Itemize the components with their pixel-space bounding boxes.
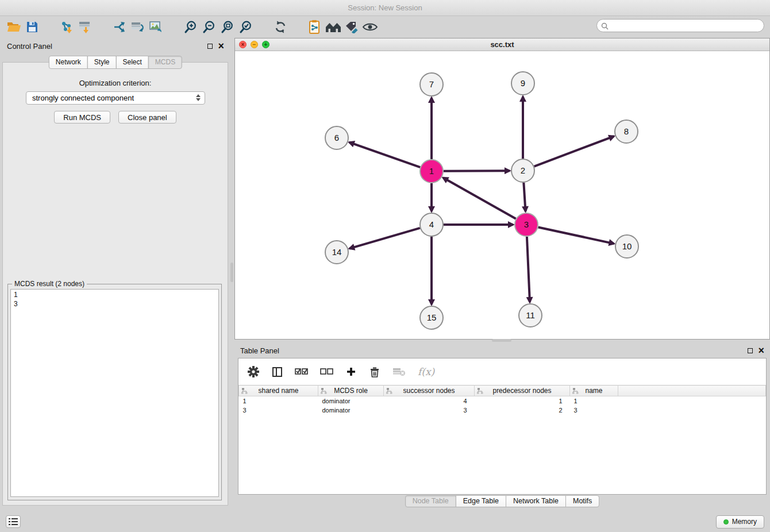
node-4[interactable]: 4 [420, 213, 443, 236]
horizontal-splitter-handle[interactable] [492, 339, 511, 342]
edge-1-2[interactable] [444, 171, 510, 171]
column-header-mcds_role[interactable]: MCDS role [318, 385, 384, 396]
toolbar-group-network [110, 18, 165, 36]
tab-mcds[interactable]: MCDS [148, 56, 182, 69]
cell-mcds_role[interactable]: dominator [318, 406, 384, 415]
memory-button[interactable]: Memory [716, 515, 764, 529]
column-header-name[interactable]: name [570, 385, 618, 396]
save-session-icon[interactable] [23, 18, 41, 36]
import-network-file-icon[interactable] [57, 18, 76, 36]
search-input[interactable] [596, 19, 764, 32]
tab-edge-table[interactable]: Edge Table [456, 495, 506, 507]
node-8[interactable]: 8 [615, 120, 638, 143]
tab-node-table[interactable]: Node Table [405, 495, 456, 507]
deselect-all-icon[interactable] [320, 368, 333, 376]
delete-row-trash-icon[interactable] [369, 367, 380, 377]
table-settings-gear-icon[interactable] [248, 366, 259, 377]
close-panel-icon[interactable]: × [218, 42, 224, 50]
cell-successor_nodes[interactable]: 4 [384, 396, 475, 406]
toolbar-group-tools [306, 18, 379, 36]
show-hide-details-eye-icon[interactable] [361, 18, 379, 36]
add-row-plus-icon[interactable] [345, 367, 357, 377]
mcds-result-text[interactable]: 1 3 [10, 289, 219, 497]
node-table: shared nameMCDS rolesuccessor nodesprede… [238, 385, 766, 415]
cell-mcds_role[interactable]: dominator [318, 396, 384, 406]
maximize-window-icon[interactable]: + [262, 41, 270, 48]
table-panel: Table Panel × f [234, 343, 770, 509]
refresh-icon[interactable] [271, 18, 290, 36]
table-row[interactable]: 3dominator323 [239, 406, 766, 415]
node-6[interactable]: 6 [325, 126, 348, 149]
cell-predecessor_nodes[interactable]: 1 [475, 396, 570, 406]
node-2[interactable]: 2 [511, 159, 534, 182]
annotation-icon[interactable] [342, 18, 361, 36]
tab-select[interactable]: Select [116, 56, 149, 69]
table-row[interactable]: 1dominator411 [239, 396, 766, 406]
edge-3-1[interactable] [443, 178, 516, 218]
minimize-window-icon[interactable]: − [251, 41, 258, 48]
zoom-in-icon[interactable] [182, 18, 200, 36]
column-header-successor_nodes[interactable]: successor nodes [384, 385, 475, 396]
status-list-icon[interactable] [6, 515, 21, 528]
node-15[interactable]: 15 [420, 306, 443, 329]
tab-motifs[interactable]: Motifs [565, 495, 599, 507]
edge-3-11[interactable] [527, 237, 530, 302]
network-canvas[interactable]: 7968124314101511 [235, 51, 769, 339]
edge-2-8[interactable] [534, 136, 614, 166]
node-9[interactable]: 9 [511, 72, 534, 95]
tab-network-table[interactable]: Network Table [506, 495, 566, 507]
network-from-table-icon[interactable] [129, 18, 147, 36]
tab-style[interactable]: Style [87, 56, 117, 69]
criterion-dropdown[interactable]: strongly connected component [26, 91, 205, 105]
column-header-shared_name[interactable]: shared name [239, 385, 318, 396]
function-builder-fx-icon[interactable]: f(x) [418, 366, 434, 377]
node-10[interactable]: 10 [615, 235, 638, 258]
float-panel-icon[interactable] [207, 44, 213, 49]
cell-successor_nodes[interactable]: 3 [384, 406, 475, 415]
close-window-icon[interactable]: × [239, 41, 247, 48]
open-file-icon[interactable] [5, 18, 23, 36]
close-panel-button[interactable]: Close panel [118, 111, 176, 124]
control-panel: Control Panel × NetworkStyleSelectMCDS O… [0, 38, 231, 509]
cell-predecessor_nodes[interactable]: 2 [475, 406, 570, 415]
delete-table-icon[interactable] [392, 367, 406, 376]
zoom-selected-icon[interactable] [237, 18, 255, 36]
cell-shared_name[interactable]: 3 [239, 406, 318, 415]
node-14[interactable]: 14 [325, 241, 348, 264]
traffic-lights: × − + [239, 41, 270, 48]
zoom-fit-icon[interactable] [218, 18, 237, 36]
edge-1-6[interactable] [349, 142, 420, 167]
run-mcds-button[interactable]: Run MCDS [54, 111, 110, 124]
vertical-splitter-handle[interactable] [230, 263, 233, 282]
float-table-panel-icon[interactable] [748, 348, 753, 353]
column-sort-icon [386, 388, 392, 396]
edge-2-3[interactable] [523, 183, 525, 211]
clone-network-icon[interactable] [110, 18, 129, 36]
zoom-out-icon[interactable] [200, 18, 218, 36]
tab-network[interactable]: Network [49, 56, 88, 69]
node-1[interactable]: 1 [420, 160, 443, 183]
copy-style-icon[interactable] [306, 18, 324, 36]
main-toolbar [0, 17, 770, 37]
column-header-predecessor_nodes[interactable]: predecessor nodes [475, 385, 570, 396]
close-table-panel-icon[interactable]: × [758, 346, 764, 354]
cell-shared_name[interactable]: 1 [239, 396, 318, 406]
show-column-icon[interactable] [271, 367, 283, 377]
node-7[interactable]: 7 [420, 73, 443, 96]
node-3[interactable]: 3 [515, 213, 538, 236]
network-window-titlebar[interactable]: × − + scc.txt [235, 38, 769, 51]
network-window-title: scc.txt [490, 40, 514, 49]
cell-name[interactable]: 3 [570, 406, 618, 415]
first-neighbors-icon[interactable] [324, 18, 342, 36]
select-all-icon[interactable] [295, 368, 308, 376]
node-11[interactable]: 11 [519, 304, 542, 327]
edge-4-14[interactable] [349, 228, 420, 249]
edge-3-10[interactable] [538, 227, 614, 244]
memory-button-label: Memory [732, 518, 757, 526]
cell-name[interactable]: 1 [570, 396, 618, 406]
export-image-icon[interactable] [147, 18, 165, 36]
toolbar-group-refresh [271, 18, 290, 36]
import-table-file-icon[interactable] [76, 18, 94, 36]
column-label: successor nodes [403, 387, 455, 395]
toolbar-group-import [57, 18, 94, 36]
